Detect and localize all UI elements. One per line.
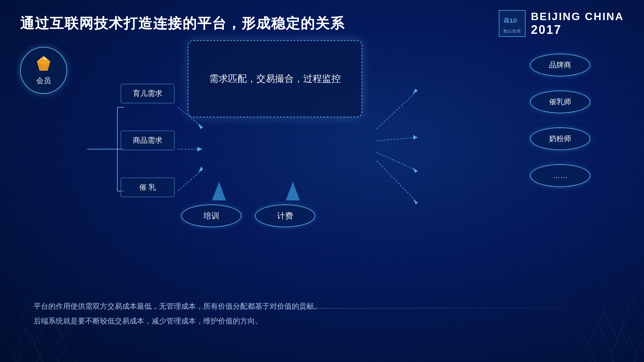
logo-icon: a₁₀ (504, 13, 521, 28)
svg-marker-18 (198, 123, 203, 129)
member-circle: 会员 (20, 47, 67, 94)
footer-line-1: 平台的作用使供需双方交易成本最低，无管理成本，所有价值分配都基于对价值的贡献。 (34, 299, 577, 314)
svg-marker-0 (13, 328, 40, 362)
bottom-node-1: 培训 (181, 204, 241, 227)
svg-line-29 (377, 161, 418, 203)
deco-diamonds-right (493, 228, 644, 362)
svg-line-27 (377, 153, 418, 171)
page-title: 通过互联网技术打造连接的平台，形成稳定的关系 (20, 14, 345, 33)
member-icon (35, 55, 52, 74)
right-node-2: 催乳师 (530, 90, 590, 113)
svg-marker-7 (621, 298, 644, 359)
logo-sub: 数以致用 (503, 28, 521, 34)
svg-marker-9 (577, 308, 604, 362)
logo-box: a₁₀ 数以致用 (499, 10, 526, 37)
svg-marker-24 (413, 89, 418, 94)
right-node-3: 奶粉师 (530, 127, 590, 150)
svg-line-25 (377, 137, 418, 141)
right-node-1: 品牌商 (530, 54, 590, 76)
beijing-china-text: BEIJING CHINA (531, 10, 624, 23)
bottom-node-2: 计费 (255, 204, 315, 227)
svg-marker-30 (413, 199, 418, 204)
logo-area: a₁₀ 数以致用 BEIJING CHINA 2017 (499, 10, 624, 37)
svg-marker-39 (286, 182, 300, 200)
svg-marker-3 (54, 325, 80, 362)
svg-marker-38 (212, 182, 226, 200)
svg-marker-2 (3, 305, 30, 362)
svg-marker-6 (587, 312, 621, 362)
right-node-4: …… (530, 164, 590, 187)
arrow-up-2 (285, 181, 301, 202)
svg-marker-26 (413, 135, 418, 140)
year-text: 2017 (531, 23, 624, 37)
svg-marker-28 (413, 168, 418, 173)
svg-marker-20 (197, 147, 202, 152)
footer-line-2: 后端系统就是要不断较低交易成本，减少管理成本，维护价值的方向。 (34, 314, 577, 328)
svg-marker-8 (597, 292, 624, 352)
svg-marker-10 (627, 282, 644, 335)
member-label: 会员 (36, 76, 51, 86)
header: 通过互联网技术打造连接的平台，形成稳定的关系 a₁₀ 数以致用 BEIJING … (20, 10, 624, 37)
need-box-1: 育儿需求 (121, 84, 174, 103)
svg-point-37 (44, 58, 46, 60)
svg-line-23 (377, 90, 418, 129)
svg-marker-22 (199, 166, 203, 172)
need-box-3: 催 乳 (121, 178, 174, 197)
svg-marker-5 (610, 325, 637, 362)
arrow-up-1 (211, 181, 227, 202)
logo-text-area: BEIJING CHINA 2017 (531, 10, 624, 37)
svg-text:a₁₀: a₁₀ (504, 14, 517, 25)
svg-line-21 (178, 169, 203, 191)
footer-text: 平台的作用使供需双方交易成本最低，无管理成本，所有价值分配都基于对价值的贡献。 … (34, 299, 577, 328)
center-box: 需求匹配，交易撮合，过程监控 (188, 40, 362, 117)
need-box-2: 商品需求 (121, 131, 174, 150)
